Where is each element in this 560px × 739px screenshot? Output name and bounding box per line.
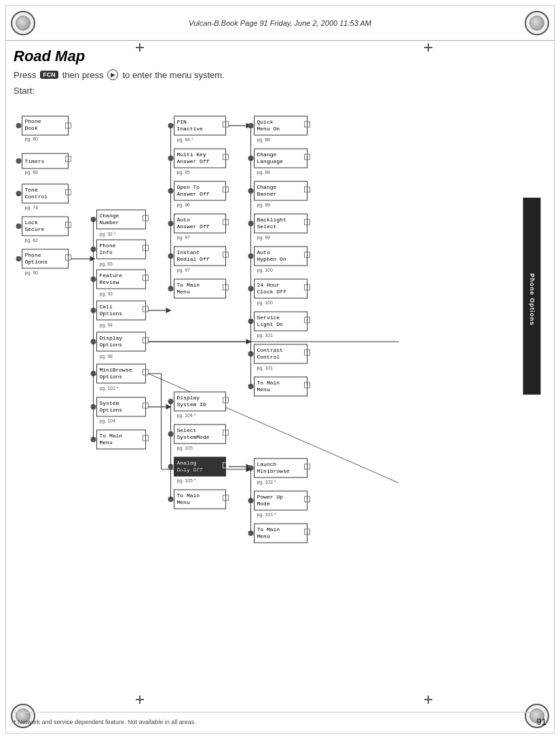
svg-text:Call: Call <box>100 304 113 310</box>
fcn-button: FCN <box>40 71 58 79</box>
svg-text:pg. 94 *: pg. 94 * <box>177 137 193 143</box>
svg-text:pg. 99: pg. 99 <box>257 235 271 240</box>
svg-text:Instant: Instant <box>177 249 200 255</box>
svg-text:Options: Options <box>100 310 123 317</box>
page-title: Road Map <box>14 48 546 65</box>
svg-text:pg. 98: pg. 98 <box>100 354 113 359</box>
svg-text:pg. 102 *: pg. 102 * <box>257 480 276 485</box>
svg-text:Quick: Quick <box>257 119 274 125</box>
svg-text:System ID: System ID <box>177 401 206 408</box>
svg-text:Control: Control <box>25 194 48 200</box>
page-number: 91 <box>537 717 546 727</box>
svg-text:pg. 98: pg. 98 <box>257 137 271 143</box>
svg-text:Change: Change <box>257 151 277 158</box>
footer: * Network and service dependent feature.… <box>14 712 546 727</box>
svg-text:pg. 94: pg. 94 <box>100 323 113 328</box>
diagram-container: Phone Options Phone Book pg. 60 Timers p… <box>14 103 546 592</box>
svg-text:Options: Options <box>100 374 123 380</box>
svg-text:Change: Change <box>257 184 277 190</box>
svg-text:pg. 103 *: pg. 103 * <box>257 512 276 518</box>
svg-text:Change: Change <box>100 213 119 219</box>
svg-text:Info: Info <box>100 249 113 255</box>
svg-text:Auto: Auto <box>257 249 270 255</box>
svg-text:pg. 104: pg. 104 <box>100 418 115 424</box>
svg-text:System: System <box>100 400 119 406</box>
svg-text:Answer Off: Answer Off <box>177 223 210 230</box>
svg-text:pg. 96: pg. 96 <box>177 202 191 208</box>
subtitle-rest: to enter the menu system. <box>122 70 224 80</box>
svg-text:Redial Off: Redial Off <box>177 256 210 262</box>
svg-text:To Main: To Main <box>257 380 280 386</box>
svg-text:Control: Control <box>257 354 280 360</box>
svg-text:Options: Options <box>100 407 123 413</box>
svg-text:pg. 102 *: pg. 102 * <box>100 386 119 391</box>
svg-text:Phone Options: Phone Options <box>529 274 536 326</box>
svg-text:To Main: To Main <box>177 492 200 499</box>
svg-text:Clock Off: Clock Off <box>257 289 286 295</box>
svg-text:pg. 95: pg. 95 <box>177 170 191 175</box>
svg-text:pg. 93: pg. 93 <box>100 291 113 297</box>
svg-text:Banner: Banner <box>257 191 277 197</box>
svg-text:Menu: Menu <box>257 386 270 393</box>
svg-text:Menu On: Menu On <box>257 126 280 132</box>
svg-text:Book: Book <box>25 125 38 131</box>
svg-text:pg. 68: pg. 68 <box>25 170 39 175</box>
diagram-svg: Phone Options Phone Book pg. 60 Timers p… <box>14 103 546 592</box>
svg-text:pg. 60: pg. 60 <box>25 137 39 142</box>
svg-text:Minibrowse: Minibrowse <box>257 468 290 474</box>
main-content: Road Map Press FCN then press ▶ to enter… <box>14 48 546 698</box>
svg-text:Phone: Phone <box>100 242 116 249</box>
svg-point-12 <box>16 158 22 164</box>
svg-text:pg. 100: pg. 100 <box>257 268 273 273</box>
svg-text:Service: Service <box>257 314 280 321</box>
svg-text:Review: Review <box>100 279 119 285</box>
svg-text:pg. 97: pg. 97 <box>177 235 191 240</box>
svg-text:Number: Number <box>100 219 119 226</box>
svg-marker-58 <box>166 308 172 313</box>
svg-text:Launch: Launch <box>257 461 277 467</box>
svg-text:Menu: Menu <box>177 499 190 505</box>
svg-text:Language: Language <box>257 158 284 164</box>
svg-text:Answer Off: Answer Off <box>177 191 210 197</box>
svg-text:Tone: Tone <box>25 187 38 193</box>
svg-point-30 <box>16 256 22 262</box>
svg-point-18 <box>16 191 22 196</box>
svg-text:Contrast: Contrast <box>257 347 283 353</box>
svg-marker-32 <box>90 256 96 262</box>
svg-text:pg. 92 *: pg. 92 * <box>100 232 116 237</box>
then-press-label: then press <box>62 70 104 80</box>
svg-text:Power Up: Power Up <box>257 494 284 500</box>
svg-text:pg. 105 *: pg. 105 * <box>177 478 196 484</box>
svg-text:Menu: Menu <box>257 533 270 539</box>
svg-text:To Main: To Main <box>100 433 123 439</box>
svg-text:pg. 82: pg. 82 <box>25 238 39 243</box>
svg-text:MiniBrowse: MiniBrowse <box>100 367 132 373</box>
svg-text:Select: Select <box>257 223 277 230</box>
arrow-button: ▶ <box>107 69 118 80</box>
header-text: Vulcan-B.Book Page 91 Friday, June 2, 20… <box>189 19 371 27</box>
svg-text:Phone: Phone <box>25 252 41 258</box>
svg-text:pg. 97: pg. 97 <box>177 268 191 273</box>
svg-text:Mode: Mode <box>257 501 270 507</box>
svg-text:Analog: Analog <box>177 460 197 466</box>
svg-text:pg. 93: pg. 93 <box>100 262 113 267</box>
svg-text:pg. 98: pg. 98 <box>257 170 271 175</box>
svg-text:Auto: Auto <box>177 217 190 223</box>
svg-text:Hyphen On: Hyphen On <box>257 256 286 262</box>
svg-text:Menu: Menu <box>100 439 113 446</box>
svg-text:SystemMode: SystemMode <box>177 434 210 440</box>
svg-text:Inactive: Inactive <box>177 126 204 132</box>
footer-note: * Network and service dependent feature.… <box>14 719 196 725</box>
svg-point-24 <box>16 223 22 229</box>
svg-text:Select: Select <box>177 427 197 433</box>
svg-text:To Main: To Main <box>177 282 200 288</box>
svg-text:Light On: Light On <box>257 321 284 327</box>
svg-text:pg. 105: pg. 105 <box>177 446 193 451</box>
svg-text:Answer Off: Answer Off <box>177 158 210 164</box>
svg-text:pg. 74: pg. 74 <box>25 205 39 211</box>
svg-text:PIN: PIN <box>177 119 187 125</box>
svg-text:Multi Key: Multi Key <box>177 151 206 158</box>
svg-point-7 <box>16 123 22 128</box>
header-bar: Vulcan-B.Book Page 91 Friday, June 2, 20… <box>5 5 555 41</box>
svg-text:Display: Display <box>100 335 123 341</box>
